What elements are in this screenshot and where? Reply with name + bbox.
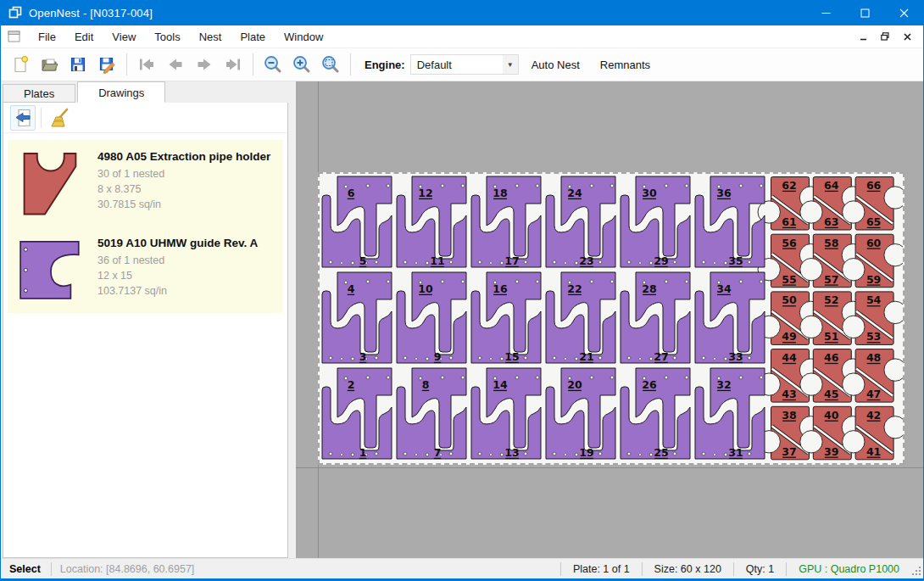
svg-text:23: 23 [579,254,593,267]
zoom-out-icon[interactable] [259,51,287,78]
svg-text:5: 5 [359,254,367,267]
engine-select[interactable]: Default ▼ [410,54,519,75]
svg-text:61: 61 [782,215,796,228]
chevron-down-icon[interactable]: ▼ [503,55,518,74]
menu-plate[interactable]: Plate [231,27,275,47]
save-as-icon[interactable] [92,51,121,78]
nest-part-pair[interactable]: 87 [397,368,466,459]
save-icon[interactable] [64,51,92,78]
menu-bar: File Edit View Tools Nest Plate Window [1,25,923,48]
svg-text:7: 7 [434,446,442,459]
mdi-close-icon[interactable] [898,29,916,44]
nest-part-pair[interactable]: 2625 [621,368,690,459]
svg-text:4: 4 [348,282,355,295]
menu-tools[interactable]: Tools [145,27,189,47]
app-window: OpenNest - [N0317-004] File Edit View To… [0,0,924,581]
svg-text:11: 11 [430,254,444,267]
nest-part-pair[interactable]: 43 [322,272,392,363]
svg-text:25: 25 [654,446,668,459]
remnants-button[interactable]: Remnants [593,53,658,76]
nest-layout: 6261646366655655585760595049525154534443… [320,174,903,463]
maximize-icon[interactable] [845,0,884,25]
svg-text:55: 55 [782,273,796,286]
plate[interactable]: 6261646366655655585760595049525154534443… [318,172,905,465]
nest-part-pair[interactable]: 1817 [471,176,541,267]
nest-part-pair[interactable]: 3231 [695,368,765,459]
nest-part-pair[interactable]: 3029 [621,176,690,267]
svg-text:26: 26 [642,378,657,391]
drawing-thumbnail-purple [18,235,86,304]
svg-text:57: 57 [824,273,838,286]
svg-text:10: 10 [418,282,433,295]
drawing-item-5019[interactable]: 5019 A10 UHMW guide Rev. A 36 of 1 neste… [8,226,283,313]
svg-text:2: 2 [348,378,355,391]
nest-part-pair[interactable]: 3635 [695,176,765,267]
menu-window[interactable]: Window [275,27,332,47]
svg-text:59: 59 [866,273,881,286]
nest-part-pair[interactable]: 65 [322,176,392,267]
menu-file[interactable]: File [29,27,65,47]
svg-text:54: 54 [866,293,882,306]
left-panel: Plates Drawings [1,81,296,558]
mode-indicator: Select [1,563,51,575]
menu-nest[interactable]: Nest [190,27,231,47]
go-last-icon[interactable] [219,51,248,78]
auto-nest-button[interactable]: Auto Nest [524,53,587,76]
clear-broom-icon[interactable] [47,105,72,131]
nest-part-pair[interactable]: 3433 [695,272,765,363]
svg-text:20: 20 [567,378,582,391]
svg-text:32: 32 [716,378,731,391]
plate-guide-horizontal [296,467,923,468]
drawing-nested: 36 of 1 nested [97,253,258,268]
nest-part-pair[interactable]: 1413 [471,368,541,459]
tab-drawings[interactable]: Drawings [77,81,165,103]
drawing-item-4980[interactable]: 4980 A05 Extraction pipe holder 30 of 1 … [8,140,283,226]
svg-text:58: 58 [824,237,838,249]
drawing-size: 12 x 15 [97,268,258,283]
zoom-in-icon[interactable] [287,51,316,78]
go-first-icon[interactable] [132,51,161,78]
menu-view[interactable]: View [103,27,145,47]
drawing-area: 103.7137 sq/in [97,283,258,299]
close-icon[interactable] [884,0,923,25]
nest-part-pair[interactable]: 109 [397,272,466,363]
status-bar: Select Location: [84.8696, 60.6957] Plat… [1,558,923,581]
svg-text:19: 19 [579,446,593,459]
import-drawing-icon[interactable] [10,105,36,131]
engine-value: Default [417,59,452,71]
tab-plates[interactable]: Plates [3,84,75,103]
nest-part-pair[interactable]: 2827 [621,272,690,363]
svg-text:64: 64 [824,179,839,192]
resize-grip[interactable] [911,559,923,578]
minimize-icon[interactable] [806,0,845,25]
mdi-restore-icon[interactable] [876,29,894,44]
document-window-icon[interactable] [8,31,20,42]
zoom-fit-icon[interactable] [316,51,345,78]
svg-text:18: 18 [493,187,507,199]
svg-text:52: 52 [824,293,838,306]
svg-text:15: 15 [504,350,519,363]
nest-part-pair[interactable]: 21 [322,368,392,459]
new-document-icon[interactable] [6,51,35,78]
drawings-toolbar [3,103,287,133]
mdi-minimize-icon[interactable] [854,29,872,44]
go-previous-icon[interactable] [161,51,190,78]
nest-part-pair[interactable]: 1211 [397,176,466,267]
drawing-size: 8 x 8.375 [97,182,270,197]
open-folder-icon[interactable] [35,51,64,78]
menu-edit[interactable]: Edit [65,27,103,47]
nest-part-pair[interactable]: 2221 [546,272,615,363]
svg-text:22: 22 [567,282,582,295]
main-toolbar: Engine: Default ▼ Auto Nest Remnants [1,48,923,81]
drawing-area: 30.7815 sq/in [97,197,270,212]
cursor-location: Location: [84.8696, 60.6957] [52,563,203,575]
nest-part-pair[interactable]: 1615 [471,272,541,363]
svg-text:35: 35 [728,254,743,267]
go-next-icon[interactable] [190,51,219,78]
svg-text:66: 66 [866,179,882,192]
svg-text:1: 1 [359,446,367,459]
nest-part-pair[interactable]: 2019 [546,368,615,459]
svg-text:51: 51 [824,330,838,343]
nest-canvas[interactable]: 6261646366655655585760595049525154534443… [296,81,923,558]
nest-part-pair[interactable]: 2423 [546,176,615,267]
